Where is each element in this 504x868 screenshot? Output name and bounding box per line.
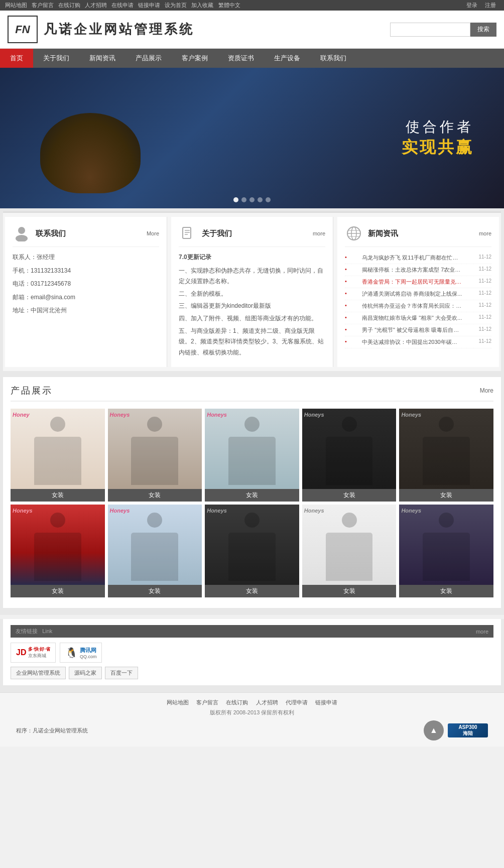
register-link[interactable]: 注册 (485, 2, 496, 8)
product-brand-7: Honeys (110, 508, 130, 514)
news-link-7[interactable]: 男子 "光棍节" 被父母逼相亲 吸毒后自首... (362, 326, 462, 334)
nav-item-cases[interactable]: 客户案例 (172, 49, 218, 68)
product-img-3: Honeys (205, 409, 299, 489)
about-item-1: 一、实现静态和伪静态共存，无缝切换，同时访问，自定义须置静态名称。 (179, 266, 325, 287)
product-caption-8: 女装 (205, 585, 299, 597)
contact-address: 地址：中国河北沧州 (13, 305, 159, 316)
topbar-link-recruit[interactable]: 人才招聘 (85, 2, 107, 8)
product-grid-row1: Honey 女装 Honeys 女装 Honeys (11, 409, 493, 502)
nav-item-products[interactable]: 产品展示 (125, 49, 172, 68)
jd-logo[interactable]: JD 多·快·好·省 京东商城 (11, 643, 56, 663)
news-item-6: 南昌宠物红娘市场火爆 "相亲" 大会受欢...11-12 (345, 312, 491, 324)
nav-item-news[interactable]: 新闻资讯 (79, 49, 125, 68)
topbar-link-sitemap[interactable]: 网站地图 (5, 2, 27, 8)
topbar-link-apply[interactable]: 在线申请 (111, 2, 134, 8)
topbar-link-home[interactable]: 设为首页 (165, 2, 187, 8)
header: FN 凡诺企业网站管理系统 搜索 (0, 11, 504, 49)
news-item-7: 男子 "光棍节" 被父母逼相亲 吸毒后自首...11-12 (345, 324, 491, 336)
products-more[interactable]: More (480, 387, 493, 394)
news-link-2[interactable]: 揭秘涨停板：土改总体方案成型 7农业股强... (362, 266, 462, 274)
news-link-5[interactable]: 传杭州将办亚运会？市体育局长回应：没有... (362, 302, 462, 310)
footer-link-6[interactable]: 链接申请 (315, 699, 337, 705)
topbar-link-message[interactable]: 客户留言 (32, 2, 54, 8)
topbar-link-order[interactable]: 在线订购 (58, 2, 80, 8)
product-item-8[interactable]: Honeys 女装 (205, 505, 299, 597)
about-icon (179, 224, 197, 242)
product-item-7[interactable]: Honeys 女装 (108, 505, 202, 597)
product-item-3[interactable]: Honeys 女装 (205, 409, 299, 502)
dot-2[interactable] (241, 197, 246, 202)
friends-more[interactable]: more (476, 629, 488, 635)
svg-rect-2 (183, 227, 191, 238)
news-link-3[interactable]: 香港金管局：下周一起居民可无限量兑换人... (362, 278, 462, 286)
contact-title: 联系我们 (36, 229, 142, 238)
top-bar-auth: 登录 注册 (463, 2, 499, 9)
product-img-inner-1 (11, 409, 105, 489)
topbar-link-fav[interactable]: 加入收藏 (191, 2, 213, 8)
friends-btn-1[interactable]: 企业网站管理系统 (11, 667, 66, 679)
login-link[interactable]: 登录 (466, 2, 477, 8)
nav-item-about[interactable]: 关于我们 (33, 49, 79, 68)
footer-link-4[interactable]: 人才招聘 (256, 699, 278, 705)
tencent-info: 腾讯网 QQ.com (80, 647, 97, 659)
nav-item-contact[interactable]: 联系我们 (310, 49, 356, 68)
back-to-top-button[interactable]: ▲ (424, 720, 444, 740)
silhouette-6 (11, 505, 105, 585)
contact-block: 联系我们 More 联系人：张经理 手机：131132133134 电话：031… (5, 217, 167, 367)
dot-4[interactable] (258, 197, 263, 202)
logo-icon: FN (8, 16, 38, 43)
nav-item-home[interactable]: 首页 (0, 49, 33, 68)
search-button[interactable]: 搜索 (470, 23, 496, 37)
product-brand-4: Honeys (304, 412, 324, 418)
topbar-link-chain[interactable]: 链接申请 (138, 2, 160, 8)
news-link-1[interactable]: 乌龙与疯妙齐飞 双11手机厂商都在忙些什... (362, 254, 462, 262)
product-img-inner-10 (399, 505, 493, 585)
contact-more[interactable]: More (147, 230, 159, 236)
dot-3[interactable] (249, 197, 255, 202)
product-item-6[interactable]: Honeys 女装 (11, 505, 105, 597)
product-item-4[interactable]: Honeys 女装 (302, 409, 397, 502)
product-item-9[interactable]: Honeys 女装 (302, 505, 397, 597)
dot-5[interactable] (266, 197, 271, 202)
friends-btn-2[interactable]: 源码之家 (69, 667, 102, 679)
news-link-8[interactable]: 中美达减排协议：中国提出2030年碳排放达... (362, 338, 462, 346)
product-item-1[interactable]: Honey 女装 (11, 409, 105, 502)
jd-sub1: 多·快·好·省 (28, 646, 50, 653)
banner-text-area: 使合作者 实现共赢 (402, 117, 474, 159)
friends-btn-3[interactable]: 百度一下 (105, 667, 138, 679)
product-img-7: Honeys (108, 505, 202, 585)
nav-item-certs[interactable]: 资质证书 (218, 49, 264, 68)
nav-item-equipment[interactable]: 生产设备 (264, 49, 310, 68)
friends-logos: JD 多·快·好·省 京东商城 🐧 腾讯网 QQ.com (11, 643, 493, 663)
product-item-5[interactable]: Honeys 女装 (399, 409, 493, 502)
product-brand-5: Honeys (401, 412, 421, 418)
tencent-logo[interactable]: 🐧 腾讯网 QQ.com (60, 643, 102, 663)
hero-banner: 使合作者 实现共赢 (0, 68, 504, 208)
footer-link-5[interactable]: 代理申请 (286, 699, 308, 705)
about-more[interactable]: more (313, 230, 325, 236)
footer-link-1[interactable]: 网站地图 (167, 699, 189, 705)
news-link-6[interactable]: 南昌宠物红娘市场火爆 "相亲" 大会受欢... (362, 314, 462, 322)
silhouette-1 (11, 409, 105, 489)
product-img-inner-3 (205, 409, 299, 489)
footer-link-3[interactable]: 在线订购 (226, 699, 248, 705)
news-list: 乌龙与疯妙齐飞 双11手机厂商都在忙些什...11-12 揭秘涨停板：土改总体方… (345, 252, 491, 348)
search-input[interactable] (390, 23, 470, 37)
product-item-2[interactable]: Honeys 女装 (108, 409, 202, 502)
news-more[interactable]: more (479, 230, 491, 236)
asp300-badge: ASP300海陆 (448, 723, 488, 737)
contact-mobile: 手机：131132133134 (13, 266, 159, 277)
product-item-10[interactable]: Honeys 女装 (399, 505, 493, 597)
news-link-4[interactable]: 沪港通关测试将启动 券商须制定上线保... (362, 290, 462, 298)
footer-system-text: 程序：凡诺企业网站管理系统 (16, 727, 88, 734)
tencent-icon: 🐧 (65, 647, 78, 659)
topbar-link-trad[interactable]: 繁體中文 (218, 2, 240, 8)
dot-1[interactable] (233, 197, 238, 202)
contact-info: 联系人：张经理 手机：131132133134 电话：031712345678 … (13, 252, 159, 316)
footer-link-2[interactable]: 客户留言 (196, 699, 218, 705)
footer-copyright: 版权所有 2008-2013 保留所有权利 (6, 709, 498, 716)
silhouette-4 (302, 409, 397, 489)
product-grid-row2: Honeys 女装 Honeys 女装 Honeys (11, 505, 493, 597)
banner-dots (233, 197, 271, 202)
news-date-5: 11-12 (478, 302, 491, 310)
